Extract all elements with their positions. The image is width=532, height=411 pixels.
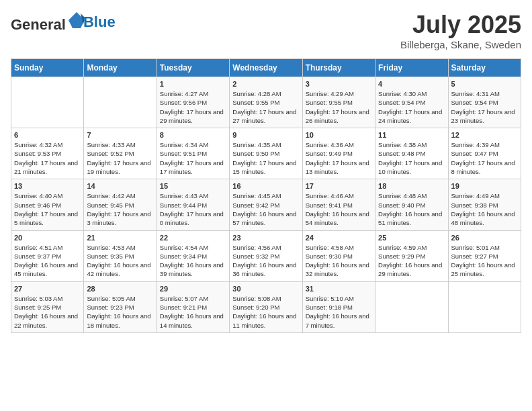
weekday-thursday: Thursday <box>302 59 375 77</box>
calendar-cell: 7Sunrise: 4:33 AMSunset: 9:52 PMDaylight… <box>84 128 157 179</box>
day-info: Sunrise: 4:35 AMSunset: 9:50 PMDaylight:… <box>232 140 299 176</box>
calendar-cell <box>84 77 157 128</box>
day-number: 29 <box>160 285 226 293</box>
day-info: Sunrise: 4:31 AMSunset: 9:54 PMDaylight:… <box>451 89 518 125</box>
weekday-header-row: SundayMondayTuesdayWednesdayThursdayFrid… <box>11 59 521 77</box>
calendar-cell: 16Sunrise: 4:45 AMSunset: 9:42 PMDayligh… <box>230 179 302 230</box>
day-number: 30 <box>232 285 299 293</box>
calendar-cell: 9Sunrise: 4:35 AMSunset: 9:50 PMDaylight… <box>230 128 302 179</box>
calendar-table: SundayMondayTuesdayWednesdayThursdayFrid… <box>11 58 521 333</box>
day-info: Sunrise: 4:27 AMSunset: 9:56 PMDaylight:… <box>160 89 226 125</box>
day-info: Sunrise: 4:30 AMSunset: 9:54 PMDaylight:… <box>378 89 445 125</box>
day-number: 16 <box>232 182 299 190</box>
day-number: 3 <box>306 80 372 88</box>
page-header: General Blue July 2025 Billeberga, Skane… <box>11 11 521 50</box>
day-info: Sunrise: 4:46 AMSunset: 9:41 PMDaylight:… <box>306 191 372 227</box>
calendar-cell: 24Sunrise: 4:58 AMSunset: 9:30 PMDayligh… <box>302 230 375 281</box>
calendar-cell: 17Sunrise: 4:46 AMSunset: 9:41 PMDayligh… <box>302 179 375 230</box>
location-subtitle: Billeberga, Skane, Sweden <box>400 39 521 50</box>
day-info: Sunrise: 5:01 AMSunset: 9:27 PMDaylight:… <box>451 243 518 279</box>
day-info: Sunrise: 4:28 AMSunset: 9:55 PMDaylight:… <box>232 89 299 125</box>
calendar-cell: 20Sunrise: 4:51 AMSunset: 9:37 PMDayligh… <box>11 230 84 281</box>
day-info: Sunrise: 4:32 AMSunset: 9:53 PMDaylight:… <box>14 140 81 176</box>
calendar-cell: 25Sunrise: 4:59 AMSunset: 9:29 PMDayligh… <box>375 230 448 281</box>
day-info: Sunrise: 4:45 AMSunset: 9:42 PMDaylight:… <box>232 191 299 227</box>
day-number: 1 <box>160 80 226 88</box>
calendar-cell: 30Sunrise: 5:08 AMSunset: 9:20 PMDayligh… <box>230 281 302 332</box>
day-info: Sunrise: 4:59 AMSunset: 9:29 PMDaylight:… <box>378 243 445 279</box>
weekday-sunday: Sunday <box>11 59 84 77</box>
calendar-cell: 18Sunrise: 4:48 AMSunset: 9:40 PMDayligh… <box>375 179 448 230</box>
day-number: 9 <box>232 131 299 139</box>
svg-marker-0 <box>69 12 85 28</box>
day-info: Sunrise: 5:08 AMSunset: 9:20 PMDaylight:… <box>232 294 299 330</box>
day-info: Sunrise: 4:51 AMSunset: 9:37 PMDaylight:… <box>14 243 81 279</box>
day-number: 4 <box>378 80 445 88</box>
day-info: Sunrise: 4:33 AMSunset: 9:52 PMDaylight:… <box>87 140 153 176</box>
weekday-tuesday: Tuesday <box>157 59 229 77</box>
title-block: July 2025 Billeberga, Skane, Sweden <box>400 11 521 50</box>
day-number: 15 <box>160 182 226 190</box>
day-info: Sunrise: 4:49 AMSunset: 9:38 PMDaylight:… <box>451 191 518 227</box>
weekday-wednesday: Wednesday <box>230 59 302 77</box>
day-number: 8 <box>160 131 226 139</box>
day-number: 5 <box>451 80 518 88</box>
weekday-monday: Monday <box>84 59 157 77</box>
day-number: 24 <box>306 234 372 242</box>
week-row-0: 1Sunrise: 4:27 AMSunset: 9:56 PMDaylight… <box>11 77 521 128</box>
calendar-cell: 2Sunrise: 4:28 AMSunset: 9:55 PMDaylight… <box>230 77 302 128</box>
calendar-cell: 10Sunrise: 4:36 AMSunset: 9:49 PMDayligh… <box>302 128 375 179</box>
logo: General Blue <box>11 11 116 33</box>
day-info: Sunrise: 4:39 AMSunset: 9:47 PMDaylight:… <box>451 140 518 176</box>
day-info: Sunrise: 4:36 AMSunset: 9:49 PMDaylight:… <box>306 140 372 176</box>
day-info: Sunrise: 4:48 AMSunset: 9:40 PMDaylight:… <box>378 191 445 227</box>
day-number: 28 <box>87 285 153 293</box>
day-info: Sunrise: 4:38 AMSunset: 9:48 PMDaylight:… <box>378 140 445 176</box>
day-info: Sunrise: 5:03 AMSunset: 9:25 PMDaylight:… <box>14 294 81 330</box>
day-number: 7 <box>87 131 153 139</box>
logo-blue-text: Blue <box>83 14 116 30</box>
calendar-cell: 14Sunrise: 4:42 AMSunset: 9:45 PMDayligh… <box>84 179 157 230</box>
calendar-cell: 29Sunrise: 5:07 AMSunset: 9:21 PMDayligh… <box>157 281 229 332</box>
calendar-cell: 26Sunrise: 5:01 AMSunset: 9:27 PMDayligh… <box>448 230 521 281</box>
day-number: 11 <box>378 131 445 139</box>
day-info: Sunrise: 4:34 AMSunset: 9:51 PMDaylight:… <box>160 140 226 176</box>
day-number: 25 <box>378 234 445 242</box>
calendar-cell <box>11 77 84 128</box>
calendar-cell: 3Sunrise: 4:29 AMSunset: 9:55 PMDaylight… <box>302 77 375 128</box>
calendar-cell: 13Sunrise: 4:40 AMSunset: 9:46 PMDayligh… <box>11 179 84 230</box>
day-number: 14 <box>87 182 153 190</box>
day-number: 31 <box>306 285 372 293</box>
calendar-body: 1Sunrise: 4:27 AMSunset: 9:56 PMDaylight… <box>11 77 521 333</box>
month-title: July 2025 <box>400 11 521 39</box>
day-number: 19 <box>451 182 518 190</box>
weekday-saturday: Saturday <box>448 59 521 77</box>
calendar-cell: 12Sunrise: 4:39 AMSunset: 9:47 PMDayligh… <box>448 128 521 179</box>
calendar-cell: 1Sunrise: 4:27 AMSunset: 9:56 PMDaylight… <box>157 77 229 128</box>
day-info: Sunrise: 4:54 AMSunset: 9:34 PMDaylight:… <box>160 243 226 279</box>
weekday-friday: Friday <box>375 59 448 77</box>
day-number: 27 <box>14 285 81 293</box>
calendar-cell: 21Sunrise: 4:53 AMSunset: 9:35 PMDayligh… <box>84 230 157 281</box>
day-info: Sunrise: 5:10 AMSunset: 9:18 PMDaylight:… <box>306 294 372 330</box>
calendar-cell: 22Sunrise: 4:54 AMSunset: 9:34 PMDayligh… <box>157 230 229 281</box>
day-info: Sunrise: 4:40 AMSunset: 9:46 PMDaylight:… <box>14 191 81 227</box>
calendar-cell: 28Sunrise: 5:05 AMSunset: 9:23 PMDayligh… <box>84 281 157 332</box>
calendar-cell: 11Sunrise: 4:38 AMSunset: 9:48 PMDayligh… <box>375 128 448 179</box>
day-number: 10 <box>306 131 372 139</box>
day-info: Sunrise: 4:53 AMSunset: 9:35 PMDaylight:… <box>87 243 153 279</box>
calendar-cell: 5Sunrise: 4:31 AMSunset: 9:54 PMDaylight… <box>448 77 521 128</box>
day-number: 2 <box>232 80 299 88</box>
calendar-cell: 6Sunrise: 4:32 AMSunset: 9:53 PMDaylight… <box>11 128 84 179</box>
logo-general: General <box>11 16 66 33</box>
calendar-cell: 15Sunrise: 4:43 AMSunset: 9:44 PMDayligh… <box>157 179 229 230</box>
day-info: Sunrise: 4:58 AMSunset: 9:30 PMDaylight:… <box>306 243 372 279</box>
calendar-cell: 31Sunrise: 5:10 AMSunset: 9:18 PMDayligh… <box>302 281 375 332</box>
week-row-4: 27Sunrise: 5:03 AMSunset: 9:25 PMDayligh… <box>11 281 521 332</box>
day-info: Sunrise: 4:56 AMSunset: 9:32 PMDaylight:… <box>232 243 299 279</box>
calendar-cell: 8Sunrise: 4:34 AMSunset: 9:51 PMDaylight… <box>157 128 229 179</box>
day-info: Sunrise: 4:43 AMSunset: 9:44 PMDaylight:… <box>160 191 226 227</box>
day-number: 6 <box>14 131 81 139</box>
calendar-cell <box>448 281 521 332</box>
day-number: 22 <box>160 234 226 242</box>
